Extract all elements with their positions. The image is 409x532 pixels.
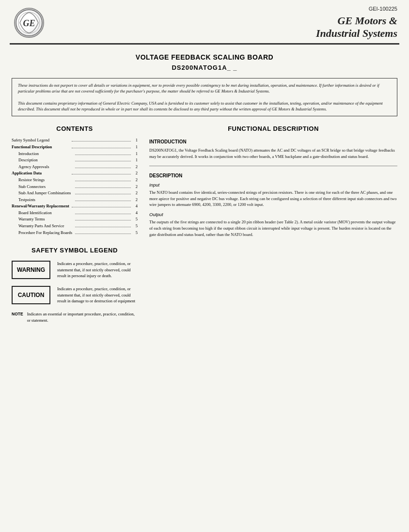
note-label: NOTE	[12, 311, 23, 317]
doc-title: VOLTAGE FEEDBACK SCALING BOARD	[12, 53, 397, 61]
input-title: Input	[149, 182, 397, 188]
desc-title: DESCRIPTION	[149, 173, 397, 178]
toc-entry: Warranty Terms5	[12, 216, 138, 223]
toc-entry: Testpoints2	[12, 197, 138, 203]
toc-entry: Procedure For Replacing Boards5	[12, 230, 138, 236]
intro-text: DS200NATOG1, the Voltage Feedback Scalin…	[149, 147, 397, 160]
doc-subtitle: DS200NATOG1A_ _	[12, 64, 397, 71]
col-right: FUNCTIONAL DESCRIPTION INTRODUCTION DS20…	[149, 125, 397, 323]
symbol-description: Indicates a procedure, practice, conditi…	[57, 286, 138, 304]
svg-text:GE: GE	[23, 18, 35, 28]
toc-entry: Board Identification4	[12, 210, 138, 217]
symbol-row: CAUTIONIndicates a procedure, practice, …	[12, 286, 138, 304]
header: GE GEI-100225 GE Motors & Industrial Sys…	[0, 0, 409, 40]
toc-container: Safety Symbol Legend1Functional Descript…	[12, 137, 138, 236]
output-title: Output	[149, 212, 397, 217]
toc-entry: Safety Symbol Legend1	[12, 137, 138, 144]
disclaimer-box: These instructions do not purport to cov…	[12, 78, 397, 117]
safety-section: SAFETY SYMBOL LEGEND WARNINGIndicates a …	[12, 247, 138, 323]
toc-entry: Description1	[12, 157, 138, 164]
company-name: GE Motors & Industrial Systems	[316, 15, 397, 40]
col-left: CONTENTS Safety Symbol Legend1Functional…	[12, 125, 138, 323]
safety-title: SAFETY SYMBOL LEGEND	[12, 247, 138, 254]
divider-1	[149, 166, 397, 166]
two-col-layout: CONTENTS Safety Symbol Legend1Functional…	[12, 125, 397, 323]
logo-area: GE	[10, 6, 48, 40]
header-right: GEI-100225 GE Motors & Industrial System…	[316, 6, 397, 40]
symbol-box: CAUTION	[12, 286, 50, 304]
output-text: The outputs of the five strings are conn…	[149, 219, 397, 237]
note-desc: Indicates an essential or important proc…	[27, 311, 138, 323]
toc-entry: Warranty Parts And Service5	[12, 223, 138, 230]
toc-entry: Application Data2	[12, 170, 138, 177]
page: GE GEI-100225 GE Motors & Industrial Sys…	[0, 0, 409, 532]
symbol-row: WARNINGIndicates a procedure, practice, …	[12, 261, 138, 279]
disclaimer-para1: These instructions do not purport to cov…	[18, 82, 391, 94]
disclaimer-para2: This document contains proprietary infor…	[18, 100, 391, 112]
toc-entry: Renewal/Warranty Replacement4	[12, 203, 138, 210]
contents-title: CONTENTS	[12, 125, 138, 132]
toc-entry: Stab And Jumper Combinations2	[12, 190, 138, 197]
symbol-box: WARNING	[12, 261, 50, 279]
functional-title: FUNCTIONAL DESCRIPTION	[149, 125, 397, 132]
symbol-description: Indicates a procedure, practice, conditi…	[57, 261, 138, 279]
toc-entry: Functional Description1	[12, 144, 138, 151]
ge-logo: GE	[14, 8, 44, 38]
toc-entry: Stab Connectors2	[12, 184, 138, 190]
doc-number: GEI-100225	[316, 6, 397, 12]
input-text: The NATO board contains five identical, …	[149, 189, 397, 208]
main-content: VOLTAGE FEEDBACK SCALING BOARD DS200NATO…	[0, 45, 409, 333]
symbols-container: WARNINGIndicates a procedure, practice, …	[12, 261, 138, 304]
intro-title: INTRODUCTION	[149, 139, 397, 144]
note-row: NOTE Indicates an essential or important…	[12, 311, 138, 323]
toc-entry: Agency Approvals2	[12, 164, 138, 171]
toc-entry: Introduction1	[12, 151, 138, 157]
toc-entry: Resistor Strings2	[12, 177, 138, 184]
